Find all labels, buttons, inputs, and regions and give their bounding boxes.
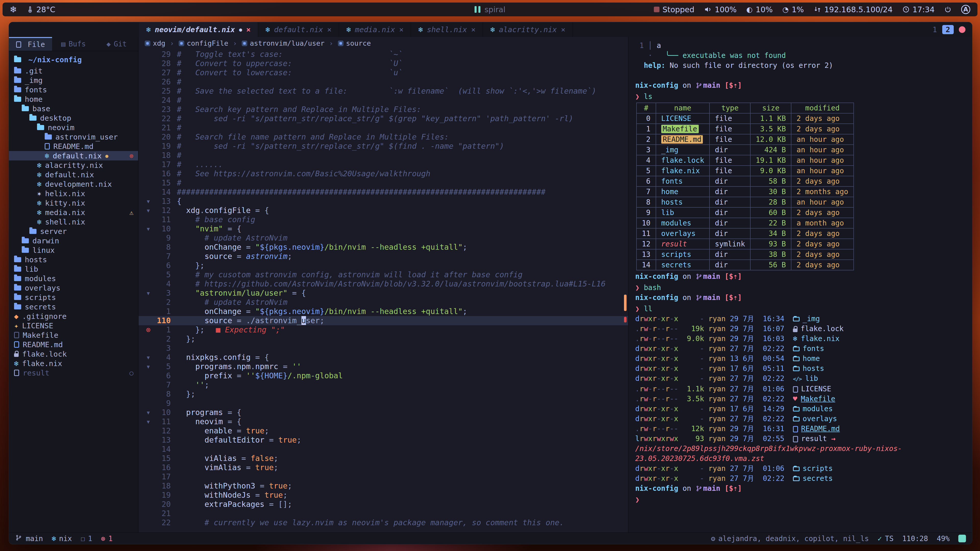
editor-line[interactable]: 23# Search key pattern and Replace in Mu… — [138, 105, 628, 114]
editor-line[interactable]: 6 }; — [138, 261, 628, 270]
editor-line[interactable]: 20 extraPackages = []; — [138, 500, 628, 509]
temperature-widget[interactable]: 28°C — [27, 5, 56, 14]
editor-line[interactable]: ▾4 nixpkgs.config = { — [138, 353, 628, 362]
editor-line[interactable]: 22# sed -ri "s/pattern_str/replace_str/g… — [138, 114, 628, 123]
buffer-tab[interactable]: ❄neovim/default.nix●× — [139, 22, 258, 37]
tree-item[interactable]: ❄flake.nix — [9, 359, 138, 368]
editor-line[interactable]: ▾10 "nvim" = { — [138, 224, 628, 233]
editor-line[interactable]: ▾10 programs = { — [138, 408, 628, 417]
tree-item[interactable]: server — [9, 227, 138, 236]
tree-item[interactable]: ❄default.nix — [9, 170, 138, 179]
media-widget[interactable]: spiral — [474, 5, 505, 14]
editor-line[interactable]: 18 withPython3 = true; — [138, 481, 628, 491]
tree-item[interactable]: ❄shell.nix — [9, 217, 138, 227]
window-close-button[interactable] — [959, 26, 966, 33]
tree-item[interactable]: overlays — [9, 283, 138, 292]
tree-item[interactable]: scripts — [9, 292, 138, 302]
tree-item[interactable]: neovim — [9, 123, 138, 132]
tree-item[interactable]: home — [9, 94, 138, 104]
editor-line[interactable]: 13 defaultEditor = true; — [138, 435, 628, 445]
volume-widget[interactable]: 100% — [704, 5, 737, 14]
error-count[interactable]: ⊗ 1 — [101, 534, 113, 543]
tab-files[interactable]: File — [9, 37, 52, 51]
network-widget[interactable]: 192.168.5.100/24 — [814, 5, 893, 14]
editor-line[interactable]: 28# Convert to uppercase: `U` — [138, 59, 628, 68]
tree-item[interactable]: Makefile — [9, 330, 138, 340]
editor-line[interactable]: 22 # currently we use lazy.nvim as neovi… — [138, 518, 628, 527]
tree-item[interactable]: ✶helix.nix — [9, 189, 138, 198]
tree-item[interactable]: ❄media.nix⚠ — [9, 208, 138, 217]
cpu-widget[interactable]: ◔ 1% — [783, 5, 804, 14]
tree-item[interactable]: ❄development.nix — [9, 179, 138, 189]
tree-root[interactable]: ~/nix-config — [9, 51, 138, 66]
tree-item[interactable]: modules — [9, 274, 138, 283]
tree-item[interactable]: hosts — [9, 255, 138, 264]
editor-line[interactable]: 18# — [138, 151, 628, 160]
editor-line[interactable]: 19# sed -ri "s/pattern_str/replace_str/g… — [138, 141, 628, 151]
buffer-tab[interactable]: ❄alacritty.nix× — [483, 22, 573, 37]
code-area[interactable]: 29# Toggle text's case: `~`28# Convert t… — [138, 50, 628, 532]
editor-line[interactable]: ▾5 programs.npm.npmrc = '' — [138, 362, 628, 371]
clock-widget[interactable]: 17:34 — [902, 5, 935, 14]
breadcrumb-item[interactable]: astronvim/lua/user — [242, 39, 325, 48]
tree-item[interactable]: fonts — [9, 85, 138, 94]
editor-line[interactable]: 16 vimAlias = true; — [138, 463, 628, 472]
editor-line[interactable]: ▾12 xdg.configFile = { — [138, 206, 628, 215]
editor-line[interactable]: 19 withNodeJs = true; — [138, 491, 628, 500]
editor-line[interactable]: 15 viAlias = false; — [138, 454, 628, 463]
editor-line[interactable]: 7 ''; — [138, 380, 628, 389]
editor-line[interactable]: 1 onChange = "${pkgs.neovim}/bin/nvim --… — [138, 307, 628, 316]
tab-close-button[interactable]: × — [561, 25, 565, 34]
editor-line[interactable]: 9 — [138, 399, 628, 408]
editor-line[interactable]: 3 — [138, 344, 628, 353]
editor-line[interactable]: 8 onChange = "${pkgs.neovim}/bin/nvim --… — [138, 243, 628, 252]
tree-item[interactable]: ❄default.nix●⊗ — [9, 151, 138, 160]
tree-item[interactable]: secrets — [9, 302, 138, 311]
editor-line[interactable]: ▾13{ — [138, 197, 628, 206]
tree-item[interactable]: ✦LICENSE — [9, 321, 138, 330]
editor-line[interactable]: 26# — [138, 77, 628, 86]
disk-widget[interactable]: ◐ 10% — [746, 5, 773, 14]
tree-item[interactable]: _img — [9, 76, 138, 85]
editor-pane[interactable]: xdg›configFile›astronvim/lua/user›source… — [138, 37, 628, 532]
breadcrumb-item[interactable]: xdg — [145, 39, 165, 48]
tab-buffers[interactable]: ▤ Bufs — [52, 37, 95, 51]
editor-line[interactable]: 9 # update AstroNvim — [138, 233, 628, 243]
scrollbar-mark[interactable] — [624, 295, 627, 311]
buffer-tab[interactable]: ❄media.nix× — [339, 22, 411, 37]
tree-item[interactable]: .git — [9, 66, 138, 76]
editor-line[interactable]: 110 source = ./astronvim_user; — [138, 316, 628, 325]
tree-item[interactable]: desktop — [9, 113, 138, 123]
editor-line[interactable]: 7 source = astronvim; — [138, 252, 628, 261]
editor-line[interactable]: 27# Convert to lowercase: `u` — [138, 68, 628, 77]
editor-line[interactable]: 16# See https://astronvim.com/Basic%20Us… — [138, 169, 628, 178]
tree-item[interactable]: lib — [9, 264, 138, 274]
tab-close-button[interactable]: × — [399, 25, 404, 34]
tree-item[interactable]: flake.lock — [9, 349, 138, 359]
editor-line[interactable]: 24# — [138, 96, 628, 105]
editor-line[interactable]: 12 enable = true; — [138, 426, 628, 435]
tab-close-button[interactable]: × — [471, 25, 476, 34]
terminal-pane[interactable]: 1 │ a · ╰── executable was not found hel… — [628, 37, 972, 532]
power-button[interactable] — [944, 6, 951, 13]
editor-line[interactable]: 11 # base config — [138, 215, 628, 224]
tab-git[interactable]: ◆ Git — [95, 37, 138, 51]
tree-item[interactable]: README.md — [9, 141, 138, 151]
breadcrumb-item[interactable]: source — [338, 39, 371, 48]
tab-close-button[interactable]: × — [327, 25, 331, 34]
breadcrumb-item[interactable]: configFile — [179, 39, 228, 48]
git-branch[interactable]: main — [15, 534, 43, 543]
editor-line[interactable]: ▾11 neovim = { — [138, 417, 628, 426]
tree-item[interactable]: linux — [9, 245, 138, 255]
tree-item[interactable]: ❄alacritty.nix — [9, 160, 138, 170]
keyboard-layout-badge[interactable]: A — [961, 5, 970, 14]
buffer-tab[interactable]: ❄shell.nix× — [411, 22, 483, 37]
editor-line[interactable]: 5 # my cusotom astronvim config, astronv… — [138, 270, 628, 279]
editor-line[interactable]: 14 — [138, 445, 628, 454]
editor-line[interactable]: 6 prefix = ''${HOME}/.npm-global — [138, 371, 628, 380]
editor-line[interactable]: 8 }; — [138, 389, 628, 399]
tab-close-button[interactable]: × — [246, 25, 251, 34]
editor-line[interactable]: 29# Toggle text's case: `~` — [138, 50, 628, 59]
tree-item[interactable]: result○ — [9, 368, 138, 378]
recording-status[interactable]: Stopped — [654, 5, 694, 14]
